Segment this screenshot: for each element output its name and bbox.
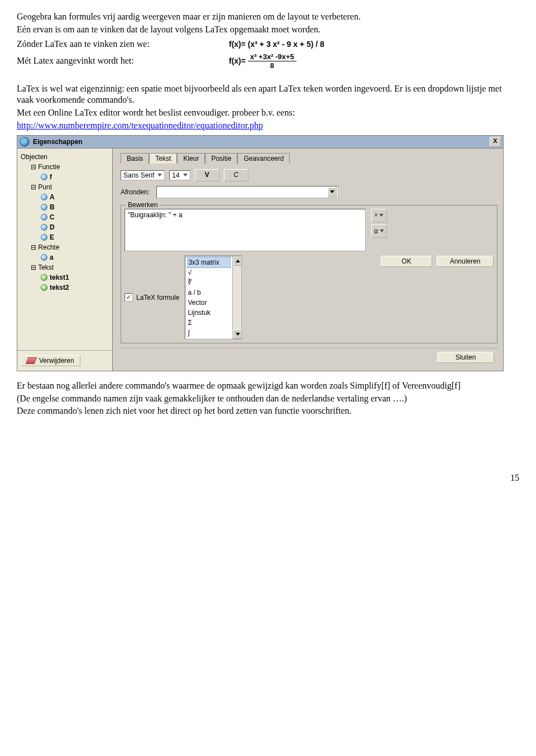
outro-line1: Er bestaan nog allerlei andere commando'… — [17, 380, 519, 392]
outro-line3: Deze commando's lenen zich niet voor het… — [17, 405, 519, 417]
with-latex-label: Mét Latex aangevinkt wordt het: — [17, 56, 229, 66]
tree-group-tekst[interactable]: ⊟ Tekst — [21, 262, 112, 272]
alpha-button[interactable]: α — [371, 224, 387, 238]
listbox-item-frac[interactable]: a / b — [188, 288, 230, 298]
properties-dialog: Eigenschappen X Objecten ⊟ Functie f ⊟ P… — [17, 135, 504, 371]
tab-bar: Basis Tekst Kleur Positie Geavanceerd — [121, 153, 497, 164]
tab-basis[interactable]: Basis — [121, 153, 149, 164]
tree-item-tekst1[interactable]: tekst1 — [21, 272, 112, 283]
outro-line2: (De engelse commando namen zijn vaak gem… — [17, 393, 519, 405]
tree-group-functie[interactable]: ⊟ Functie — [21, 162, 112, 172]
font-size-select[interactable]: 14 — [169, 170, 190, 180]
page-number: 15 — [17, 473, 519, 483]
formula-numerator: x³ +3x² -9x+5 — [248, 52, 296, 61]
listbox-item-vector[interactable]: Vector — [188, 298, 230, 308]
bold-toggle[interactable]: V — [195, 169, 219, 181]
tab-tekst[interactable]: Tekst — [149, 153, 177, 164]
without-latex-row: Zónder LaTex aan te vinken zien we: f(x)… — [17, 39, 519, 49]
formula-lhs: f(x)= — [229, 56, 246, 65]
tree-item-a[interactable]: A — [21, 192, 112, 202]
without-latex-formula: f(x)= (x³ + 3 x² - 9 x + 5) / 8 — [229, 40, 324, 49]
chevron-down-icon — [157, 174, 162, 176]
tree-item-b[interactable]: B — [21, 202, 112, 212]
ok-button[interactable]: OK — [381, 256, 432, 267]
intro-line2: Eén ervan is om aan te vinken dat de lay… — [17, 24, 519, 36]
tree-item-c[interactable]: C — [21, 212, 112, 222]
listbox-item-sqrt[interactable]: √ — [188, 267, 230, 277]
with-latex-formula: f(x)= x³ +3x² -9x+5 8 — [229, 52, 296, 70]
tree-item-rechte-a[interactable]: a — [21, 252, 112, 262]
listbox-item-cbrt[interactable]: ∛ — [188, 277, 230, 288]
close-button[interactable]: X — [490, 137, 501, 147]
titlebar: Eigenschappen X — [17, 136, 503, 149]
latex-editor-link[interactable]: http://www.numberempire.com/texequatione… — [17, 121, 263, 130]
bewerken-legend: Bewerken — [126, 201, 160, 209]
without-latex-label: Zónder LaTex aan te vinken zien we: — [17, 39, 229, 49]
with-latex-row: Mét Latex aangevinkt wordt het: f(x)= x³… — [17, 52, 519, 70]
tab-positie[interactable]: Positie — [205, 153, 237, 164]
cancel-button[interactable]: Annuleren — [437, 256, 494, 267]
eraser-icon — [26, 357, 37, 364]
tree-item-e[interactable]: E — [21, 232, 112, 242]
listbox-item-integral[interactable]: ∫ — [188, 328, 230, 338]
main-pane: Basis Tekst Kleur Positie Geavanceerd Sa… — [113, 149, 503, 371]
scroll-down-icon[interactable] — [233, 329, 242, 339]
formula-denominator: 8 — [270, 61, 274, 70]
delete-button[interactable]: Verwijderen — [21, 355, 80, 366]
app-icon — [20, 137, 30, 147]
afronden-label: Afronden: — [121, 188, 150, 196]
tree-group-punt[interactable]: ⊟ Punt — [21, 182, 112, 192]
listbox-item-3x3[interactable]: 3x3 matrix — [187, 257, 231, 268]
tree-group-rechte[interactable]: ⊟ Rechte — [21, 242, 112, 252]
tree-header-objecten: Objecten — [21, 152, 112, 162]
dialog-title: Eigenschappen — [33, 138, 490, 146]
latex-checkbox-label: LaTeX formule — [136, 294, 179, 302]
listbox-scrollbar[interactable] — [232, 256, 241, 339]
chevron-down-icon — [183, 174, 188, 176]
listbox-item-lijnstuk[interactable]: Lijnstuk — [188, 308, 230, 318]
chevron-down-icon — [328, 187, 337, 197]
listbox-item-sum[interactable]: Σ — [188, 318, 230, 328]
afronden-select[interactable] — [156, 186, 338, 198]
latex-checkbox[interactable]: ✓ — [125, 293, 133, 302]
close-dialog-button[interactable]: Sluiten — [437, 352, 494, 363]
tab-kleur[interactable]: Kleur — [177, 153, 205, 164]
object-tree-sidebar: Objecten ⊟ Functie f ⊟ Punt A B C D E ⊟ … — [17, 149, 113, 371]
scroll-up-icon[interactable] — [233, 256, 242, 266]
tree-item-d[interactable]: D — [21, 222, 112, 232]
bewerken-fieldset: Bewerken "Buigraaklijn: " + a ² α ✓ LaTe… — [121, 205, 497, 343]
font-family-select[interactable]: Sans Serif — [121, 170, 165, 180]
intro-line1: Geogebra kan formules vrij aardig weerge… — [17, 11, 519, 23]
tree-item-f[interactable]: f — [21, 172, 112, 182]
edit-textarea[interactable]: "Buigraaklijn: " + a — [125, 209, 366, 251]
superscript-button[interactable]: ² — [371, 209, 387, 222]
chevron-down-icon — [380, 229, 384, 232]
intro-line3: LaTex is wel wat eigenzinnig: een spatie… — [17, 83, 519, 107]
latex-commands-listbox[interactable]: 3x3 matrix √ ∛ a / b Vector Lijnstuk Σ ∫ — [185, 256, 242, 339]
intro-line4: Met een Online LaTex editor wordt het be… — [17, 107, 519, 119]
tab-geavanceerd[interactable]: Geavanceerd — [237, 153, 290, 164]
chevron-down-icon — [379, 214, 384, 217]
tree-item-tekst2[interactable]: tekst2 — [21, 283, 112, 293]
italic-toggle[interactable]: C — [224, 169, 248, 181]
